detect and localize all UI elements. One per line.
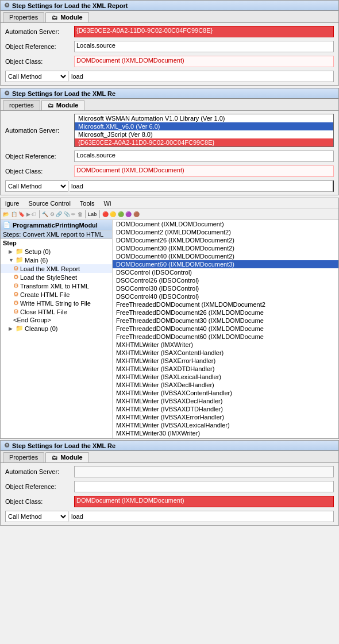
panel1-call-method-row: Call Method bbox=[1, 69, 338, 84]
panel1-tab-module[interactable]: 🗂 Module bbox=[45, 12, 89, 22]
panel2-object-class-input[interactable]: DOMDocument (IXMLDOMDocument) bbox=[74, 165, 334, 177]
panel2-gear-icon: ⚙ bbox=[4, 90, 10, 97]
menu-source-control[interactable]: Source Control bbox=[26, 199, 72, 207]
panel1-object-class-row: Object Class: DOMDocument (IXMLDOMDocume… bbox=[1, 54, 338, 69]
panel1-module-icon: 🗂 bbox=[52, 14, 57, 21]
panel1-automation-server-input[interactable]: {D63E0CE2-A0A2-11D0-9C02-00C04FC99C8E} bbox=[74, 26, 334, 37]
panel1-call-method-select[interactable]: Call Method bbox=[5, 71, 68, 82]
class-list-item-18[interactable]: MXHTMLWriter (ISAXDTDHandler) bbox=[113, 365, 338, 373]
panel1-tab-properties[interactable]: Properties bbox=[3, 12, 44, 22]
menu-wi[interactable]: Wi bbox=[102, 199, 114, 207]
panel3-tabs: Properties 🗂 Module bbox=[1, 451, 338, 463]
panel2-module-icon: 🗂 bbox=[48, 102, 53, 109]
dropdown-item-3[interactable]: {D63E0CE2-A0A2-11D0-9C02-00C04FC99C8E} bbox=[75, 138, 333, 146]
class-list-item-1[interactable]: DOMDocument2 (IXMLDOMDocument2) bbox=[113, 228, 338, 236]
ide-toolbar: 📂 📋 🔖 ▶ 🏷 🔨 ⚙ 🔗 📎 ✏ 🗑 Lab 🔴 🟡 🟢 🟣 🟤 bbox=[1, 209, 338, 220]
panel1-object-class-input[interactable]: DOMDocument (IXMLDOMDocument) bbox=[74, 56, 334, 67]
panel2-tab-properties[interactable]: roperties bbox=[3, 100, 40, 110]
class-list-item-12[interactable]: FreeThreadedDOMDocument30 (IXMLDOMDocume bbox=[113, 317, 338, 325]
tree-item-step-header[interactable]: Step bbox=[1, 239, 112, 247]
ide-tree: 📄 ProgrammaticPrintingModul Steps: Conve… bbox=[1, 220, 113, 438]
panel2-call-method-select[interactable]: Call Method bbox=[5, 180, 68, 192]
class-list-item-4[interactable]: DOMDocument40 (IXMLDOMDocument2) bbox=[113, 252, 338, 260]
panel2-title-bar: ⚙ Step Settings for Load the XML Re bbox=[1, 88, 338, 99]
panel3-tab-properties[interactable]: Properties bbox=[3, 452, 44, 462]
panel1-object-reference-input[interactable]: Locals.source bbox=[74, 41, 334, 52]
class-list-item-16[interactable]: MXHTMLWriter (ISAXContentHandler) bbox=[113, 349, 338, 357]
class-list-item-24[interactable]: MXHTMLWriter (IVBSAXErrorHandler) bbox=[113, 413, 338, 421]
panel1-content: Automation Server: {D63E0CE2-A0A2-11D0-9… bbox=[1, 23, 338, 85]
dropdown-item-2[interactable]: Microsoft_JScript (Ver 8.0) bbox=[75, 130, 333, 138]
panel3-tab-module[interactable]: 🗂 Module bbox=[45, 452, 89, 462]
main-expand-icon: ▼ bbox=[9, 257, 14, 263]
class-list-item-26[interactable]: MXHTMLWriter30 (IMXWriter) bbox=[113, 429, 338, 437]
panel1-gear-icon: ⚙ bbox=[4, 2, 10, 9]
tree-label-main: Main (6) bbox=[25, 257, 48, 264]
cleanup-expand-icon: ▶ bbox=[9, 326, 14, 331]
class-list-item-5[interactable]: DOMDocument60 (IXMLDOMDocument3) bbox=[113, 260, 338, 268]
panel1-object-class-label: Object Class: bbox=[5, 58, 74, 65]
class-list-item-3[interactable]: DOMDocument30 (IXMLDOMDocument2) bbox=[113, 244, 338, 252]
tree-item-end-group[interactable]: <End Group> bbox=[1, 316, 112, 324]
ide-steps-title: Steps: Convert XML report to HTML bbox=[1, 230, 112, 239]
tree-label-write-html: Write HTML String to File bbox=[20, 300, 91, 307]
class-list-item-7[interactable]: DSOControl26 (IDSOControl) bbox=[113, 276, 338, 284]
tree-item-write-html[interactable]: ⚙ Write HTML String to File bbox=[1, 299, 112, 307]
panel2-dropdown[interactable]: Microsoft WSMAN Automation V1.0 Library … bbox=[74, 114, 334, 147]
class-list-item-2[interactable]: DOMDocument26 (IXMLDOMDocument2) bbox=[113, 236, 338, 244]
tree-item-main[interactable]: ▼ 📁 Main (6) bbox=[1, 256, 112, 264]
tree-item-cleanup[interactable]: ▶ 📁 Cleanup (0) bbox=[1, 324, 112, 333]
panel3-module-icon: 🗂 bbox=[52, 454, 57, 461]
class-list-item-23[interactable]: MXHTMLWriter (IVBSAXDTDHandler) bbox=[113, 405, 338, 413]
panel2-tabs: roperties 🗂 Module bbox=[1, 99, 338, 111]
class-list-item-8[interactable]: DSOControl30 (IDSOControl) bbox=[113, 284, 338, 292]
ide-content: 📄 ProgrammaticPrintingModul Steps: Conve… bbox=[1, 220, 338, 438]
panel1-object-reference-row: Object Reference: Locals.source bbox=[1, 39, 338, 54]
panel2-call-method-input[interactable] bbox=[70, 180, 334, 192]
panel3-object-class-input[interactable]: DOMDocument (IXMLDOMDocument) bbox=[74, 496, 334, 507]
panel3-automation-server-row: Automation Server: bbox=[1, 464, 338, 479]
tree-label-create-html: Create HTML File bbox=[20, 291, 70, 298]
panel2: ⚙ Step Settings for Load the XML Re rope… bbox=[0, 88, 339, 195]
toolbar-sep-3 bbox=[99, 210, 100, 218]
menu-tools[interactable]: Tools bbox=[78, 199, 97, 207]
tree-item-setup[interactable]: ▶ 📁 Setup (0) bbox=[1, 247, 112, 256]
class-list-item-27[interactable]: MXHTMLWriter30 (ISAXContentHandler) bbox=[113, 437, 338, 438]
class-list-item-19[interactable]: MXHTMLWriter (ISAXLexicalHandler) bbox=[113, 373, 338, 381]
class-list-item-25[interactable]: MXHTMLWriter (IVBSAXLexicalHandler) bbox=[113, 421, 338, 429]
menu-figure[interactable]: igure bbox=[3, 199, 21, 207]
panel3-object-class-label: Object Class: bbox=[5, 498, 74, 505]
class-list-item-15[interactable]: MXHTMLWriter (IMXWriter) bbox=[113, 341, 338, 349]
panel1: ⚙ Step Settings for Load the XML Report … bbox=[0, 0, 339, 86]
panel2-call-method-row: Call Method bbox=[1, 179, 338, 194]
class-list-item-20[interactable]: MXHTMLWriter (ISAXDeclHandler) bbox=[113, 381, 338, 389]
class-list-item-13[interactable]: FreeThreadedDOMDocument40 (IXMLDOMDocume bbox=[113, 325, 338, 333]
tree-item-transform[interactable]: ⚙ Transform XML to HTML bbox=[1, 281, 112, 290]
class-list-item-14[interactable]: FreeThreadedDOMDocument60 (IXMLDOMDocume bbox=[113, 333, 338, 341]
class-list-item-10[interactable]: FreeThreadedDOMDocument (IXMLDOMDocument… bbox=[113, 300, 338, 308]
toolbar-sep-2 bbox=[85, 210, 86, 218]
class-list-item-22[interactable]: MXHTMLWriter (IVBSAXDeclHandler) bbox=[113, 397, 338, 405]
class-list-item-21[interactable]: MXHTMLWriter (IVBSAXContentHandler) bbox=[113, 389, 338, 397]
load-xml-icon: ⚙ bbox=[13, 265, 19, 272]
class-list-item-11[interactable]: FreeThreadedDOMDocument26 (IXMLDOMDocume bbox=[113, 308, 338, 317]
tree-item-load-xml[interactable]: ⚙ Load the XML Report bbox=[1, 264, 112, 273]
class-list-item-6[interactable]: DSOControl (IDSOControl) bbox=[113, 268, 338, 276]
panel1-call-method-input[interactable] bbox=[70, 71, 334, 82]
class-list-item-17[interactable]: MXHTMLWriter (ISAXErrorHandler) bbox=[113, 357, 338, 365]
panel2-object-reference-input[interactable]: Locals.source bbox=[74, 151, 334, 162]
panel2-automation-server-row: Automation Server: Microsoft WSMAN Autom… bbox=[1, 112, 338, 149]
panel3-object-reference-input[interactable] bbox=[74, 481, 334, 492]
class-list-item-9[interactable]: DSOControl40 (IDSOControl) bbox=[113, 292, 338, 300]
ide-class-list[interactable]: DOMDocument (IXMLDOMDocument)DOMDocument… bbox=[113, 220, 338, 438]
tree-item-close-html[interactable]: ⚙ Close HTML File bbox=[1, 307, 112, 316]
dropdown-item-0[interactable]: Microsoft WSMAN Automation V1.0 Library … bbox=[75, 114, 333, 122]
dropdown-item-1[interactable]: Microsoft.XML_v6.0 (Ver 6.0) bbox=[75, 122, 333, 130]
tree-item-load-stylesheet[interactable]: ⚙ Load the StyleSheet bbox=[1, 273, 112, 281]
class-list-item-0[interactable]: DOMDocument (IXMLDOMDocument) bbox=[113, 220, 338, 228]
panel3-automation-server-input[interactable] bbox=[74, 466, 334, 477]
panel3-call-method-select[interactable]: Call Method bbox=[5, 511, 68, 522]
panel2-tab-module[interactable]: 🗂 Module bbox=[41, 100, 85, 110]
panel3-call-method-input[interactable] bbox=[70, 511, 334, 522]
tree-item-create-html[interactable]: ⚙ Create HTML File bbox=[1, 290, 112, 299]
